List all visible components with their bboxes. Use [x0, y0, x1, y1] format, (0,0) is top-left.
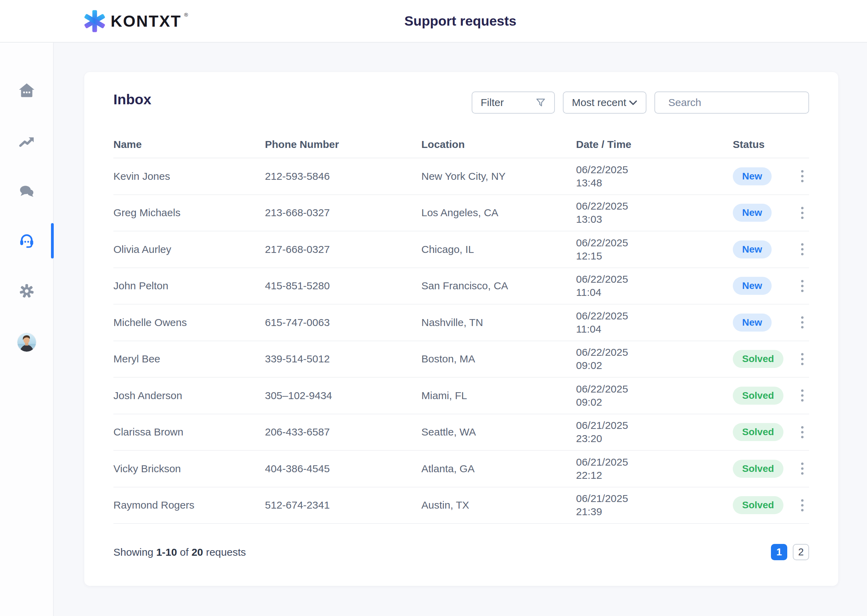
table-row[interactable]: Josh Anderson 305–102-9434 Miami, FL 06/…	[113, 378, 809, 414]
app-header: KONTXT ® Support requests	[0, 0, 867, 42]
row-menu-button[interactable]	[795, 311, 809, 334]
kebab-dot	[801, 316, 804, 319]
cell-date: 06/22/2025	[576, 200, 733, 213]
cell-phone: 404-386-4545	[265, 463, 421, 475]
kebab-dot	[801, 509, 804, 511]
table-row[interactable]: Olivia Aurley 217-668-0327 Chicago, IL 0…	[113, 231, 809, 268]
kebab-dot	[801, 363, 804, 365]
column-header-name: Name	[113, 138, 265, 150]
row-menu-button[interactable]	[795, 238, 809, 261]
cell-phone: 206-433-6587	[265, 426, 421, 438]
cell-datetime: 06/21/2025 23:20	[576, 419, 733, 445]
page-button-1[interactable]: 1	[771, 544, 787, 560]
table-row[interactable]: Raymond Rogers 512-674-2341 Austin, TX 0…	[113, 487, 809, 524]
sidebar-item-home[interactable]	[0, 82, 53, 98]
cell-datetime: 06/22/2025 13:48	[576, 163, 733, 190]
kebab-dot	[801, 436, 804, 438]
table-header-row: Name Phone Number Location Date / Time S…	[113, 131, 809, 158]
cell-name: Meryl Bee	[113, 353, 265, 365]
table-row[interactable]: Michelle Owens 615-747-0063 Nashville, T…	[113, 305, 809, 341]
row-menu-button[interactable]	[795, 385, 809, 407]
page-button-2[interactable]: 2	[793, 544, 809, 560]
kebab-dot	[801, 426, 804, 429]
row-menu-button[interactable]	[795, 494, 809, 516]
sort-dropdown[interactable]: Most recent	[563, 91, 646, 114]
row-menu-button[interactable]	[795, 275, 809, 297]
inbox-controls: Filter Most recent	[471, 91, 809, 114]
search-box	[654, 91, 809, 114]
cell-date: 06/22/2025	[576, 382, 733, 396]
kebab-dot	[801, 243, 804, 246]
cell-location: Los Angeles, CA	[421, 207, 576, 218]
table-row[interactable]: John Pelton 415-851-5280 San Francisco, …	[113, 268, 809, 305]
kebab-dot	[801, 180, 804, 182]
main-content: Inbox Filter Most recent	[54, 42, 867, 616]
funnel-icon	[536, 97, 546, 108]
column-header-phone: Phone Number	[265, 138, 421, 150]
cell-phone: 339-514-5012	[265, 353, 421, 365]
gear-icon	[19, 283, 35, 299]
status-badge: Solved	[733, 423, 783, 441]
cell-datetime: 06/21/2025 21:39	[576, 492, 733, 518]
table-row[interactable]: Meryl Bee 339-514-5012 Boston, MA 06/22/…	[113, 341, 809, 378]
table-row[interactable]: Kevin Jones 212-593-5846 New York City, …	[113, 158, 809, 195]
row-menu-button[interactable]	[795, 421, 809, 443]
row-menu-button[interactable]	[795, 348, 809, 370]
status-badge: Solved	[733, 496, 783, 514]
trending-up-icon	[19, 133, 35, 149]
kebab-dot	[801, 321, 804, 324]
kebab-dot	[801, 353, 804, 355]
kebab-dot	[801, 472, 804, 475]
cell-date: 06/21/2025	[576, 492, 733, 505]
cell-location: San Francisco, CA	[421, 280, 576, 292]
cell-time: 23:20	[576, 432, 733, 445]
sidebar-item-profile[interactable]	[0, 333, 53, 352]
cell-phone: 615-747-0063	[265, 317, 421, 328]
chat-icon	[19, 183, 35, 199]
sidebar-item-messages[interactable]	[0, 183, 53, 199]
sidebar-item-support[interactable]	[0, 233, 53, 248]
row-menu-button[interactable]	[795, 202, 809, 224]
kebab-dot	[801, 462, 804, 465]
row-menu-button[interactable]	[795, 458, 809, 480]
table-row[interactable]: Greg Michaels 213-668-0327 Los Angeles, …	[113, 195, 809, 232]
cell-datetime: 06/22/2025 09:02	[576, 346, 733, 372]
row-menu-button[interactable]	[795, 165, 809, 187]
cell-phone: 305–102-9434	[265, 390, 421, 402]
kebab-dot	[801, 175, 804, 178]
status-badge: New	[733, 204, 772, 222]
cell-name: Michelle Owens	[113, 317, 265, 328]
cell-name: Vicky Brickson	[113, 463, 265, 475]
cell-phone: 217-668-0327	[265, 244, 421, 255]
kebab-dot	[801, 504, 804, 506]
cell-phone: 415-851-5280	[265, 280, 421, 292]
cell-time: 09:02	[576, 359, 733, 372]
status-badge: Solved	[733, 350, 783, 368]
cell-time: 22:12	[576, 469, 733, 482]
sidebar-item-settings[interactable]	[0, 283, 53, 299]
sidebar-item-analytics[interactable]	[0, 133, 53, 149]
cell-location: Chicago, IL	[421, 244, 576, 255]
search-input[interactable]	[668, 96, 803, 109]
status-badge: Solved	[733, 387, 783, 405]
kebab-dot	[801, 358, 804, 360]
cell-name: Kevin Jones	[113, 170, 265, 182]
status-badge: New	[733, 240, 772, 258]
cell-name: Clarissa Brown	[113, 426, 265, 438]
cell-datetime: 06/22/2025 13:03	[576, 200, 733, 226]
kebab-dot	[801, 467, 804, 470]
sidebar-active-indicator	[51, 223, 54, 258]
avatar	[17, 333, 36, 352]
home-icon	[19, 82, 35, 98]
page-title: Support requests	[404, 14, 516, 29]
pagination-range: 1-10	[156, 546, 177, 558]
cell-time: 11:04	[576, 322, 733, 336]
table-row[interactable]: Vicky Brickson 404-386-4545 Atlanta, GA …	[113, 451, 809, 487]
kebab-dot	[801, 285, 804, 287]
cell-name: John Pelton	[113, 280, 265, 292]
filter-button[interactable]: Filter	[471, 91, 555, 114]
table-row[interactable]: Clarissa Brown 206-433-6587 Seattle, WA …	[113, 414, 809, 451]
cell-location: Miami, FL	[421, 390, 576, 402]
cell-datetime: 06/22/2025 11:04	[576, 273, 733, 299]
cell-time: 12:15	[576, 250, 733, 262]
